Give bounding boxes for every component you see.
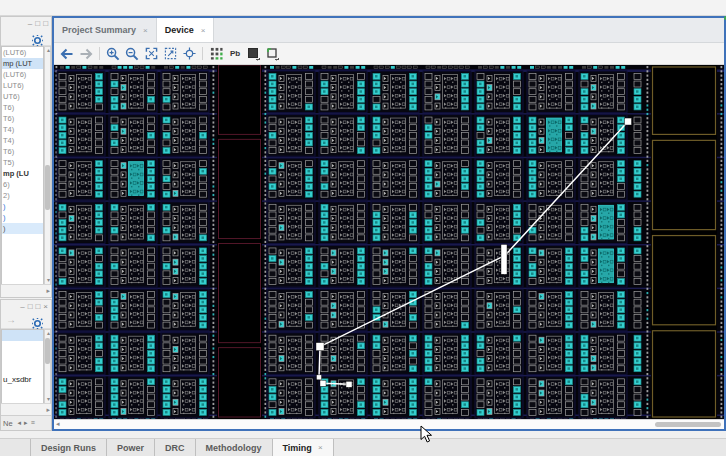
netlist-tree-item[interactable]: 2) — [2, 190, 43, 201]
document-tab[interactable]: Device × — [157, 18, 215, 42]
document-tab-label: Project Summary — [62, 25, 136, 35]
properties-list-item[interactable] — [2, 341, 43, 352]
zoom-selection-icon[interactable] — [161, 46, 179, 62]
device-hscrollbar[interactable]: ◂ — [54, 419, 724, 429]
device-panel: Project Summary × Device × — [52, 16, 726, 431]
bottom-tab[interactable]: DRC × — [154, 439, 195, 456]
toolbar-separator — [202, 47, 203, 60]
scroll-up-icon[interactable]: ▴ — [45, 47, 52, 54]
netlist-tree-item[interactable]: ) — [2, 201, 43, 212]
netlist-tree-item[interactable]: (LUT6) — [2, 47, 43, 58]
window-button-icon[interactable]: □ — [35, 303, 40, 311]
mark-cell-icon[interactable] — [264, 46, 282, 62]
netlist-tree-item[interactable]: T5) — [2, 157, 43, 168]
back-icon[interactable] — [58, 46, 76, 62]
netlist-tree-item[interactable]: ) — [2, 223, 43, 234]
toolbar-separator — [99, 47, 100, 60]
netlist-tree-item[interactable]: T6) — [2, 146, 43, 157]
hscroll-thumb[interactable] — [655, 422, 721, 427]
netlist-tree: (LUT6)mp (LUT(LUT6)LUT6)UT6)T6)T6)T4)T4)… — [1, 46, 44, 285]
properties-list-item[interactable] — [2, 330, 43, 341]
device-toolbar: Pb — [54, 43, 724, 65]
vscroll-thumb[interactable] — [45, 165, 50, 210]
window-button-icon[interactable]: □ — [43, 20, 48, 28]
netlist-tree-item[interactable]: (LUT6) — [2, 69, 43, 80]
tabstrip-control-icon[interactable]: ◂ — [18, 419, 22, 427]
bottom-panel-area: Design Runs × Power × DRC × Methodology … — [0, 431, 726, 456]
document-tabbar: Project Summary × Device × — [54, 18, 724, 43]
netlist-tree-item[interactable]: UT6) — [2, 91, 43, 102]
netlist-panel: –□□ (LUT6)mp (LUT(LUT6)LUT6)UT6)T6)T6)T4… — [0, 16, 52, 298]
scroll-left-icon[interactable]: ◂ — [56, 420, 60, 428]
properties-list: u_xsdbr — [1, 329, 44, 404]
bottom-tab-label: DRC — [165, 443, 185, 453]
netlist-tree-item[interactable]: mp (LUT — [2, 58, 43, 69]
zoom-in-icon[interactable] — [104, 46, 122, 62]
netlist-hscrollbar[interactable]: ▸ — [1, 284, 51, 297]
close-icon[interactable]: × — [318, 443, 323, 452]
vscroll-thumb[interactable] — [45, 338, 50, 364]
properties-vscrollbar[interactable]: ▴ ▾ — [44, 329, 51, 404]
bottom-tab-label: Methodology — [206, 443, 262, 453]
tabstrip-control-icon[interactable]: ▸ — [24, 419, 28, 427]
netlist-panel-toolbar — [1, 30, 51, 46]
close-icon[interactable]: × — [201, 26, 206, 35]
window-button-icon[interactable]: × — [43, 303, 48, 311]
forward-arrow-icon[interactable]: → — [6, 314, 16, 325]
scroll-right-icon[interactable]: ▸ — [46, 287, 50, 295]
highlight-block-icon[interactable] — [245, 46, 263, 62]
document-tab[interactable]: Project Summary × — [54, 18, 157, 42]
netlist-tree-item[interactable]: mp (LU — [2, 168, 43, 179]
bottom-tab-label: Power — [117, 443, 144, 453]
netlist-tree-item[interactable]: T6) — [2, 113, 43, 124]
bottom-tab-label: Timing — [283, 443, 312, 453]
tabstrip-control-icon[interactable]: ≡ — [31, 419, 35, 427]
scroll-right-icon[interactable]: ▸ — [46, 406, 50, 414]
forward-icon[interactable] — [77, 46, 95, 62]
zoom-out-icon[interactable] — [123, 46, 141, 62]
properties-list-item[interactable]: u_xsdbr — [2, 374, 43, 385]
netlist-vscrollbar[interactable]: ▴ ▾ — [44, 46, 51, 285]
netlist-tree-item[interactable]: 6) — [2, 179, 43, 190]
netlist-panel-window-buttons: –□□ — [1, 17, 51, 30]
properties-panel-toolbar: → — [1, 313, 51, 329]
main-toolbar-strip — [0, 0, 726, 16]
bottom-tab[interactable]: Methodology × — [195, 439, 272, 456]
tab-netlist-partial[interactable]: Ne — [3, 419, 13, 428]
bottom-tabbar: Design Runs × Power × DRC × Methodology … — [0, 438, 726, 456]
draw-pblock-icon[interactable]: Pb — [226, 46, 244, 62]
bottom-tab[interactable]: Power × — [106, 439, 154, 456]
scroll-down-icon[interactable]: ▾ — [45, 277, 52, 284]
scroll-down-icon[interactable]: ▾ — [45, 396, 52, 403]
properties-panel: –□□× → u_xsdbr ▴ ▾ ▸ Ne ◂▸≡ — [0, 299, 52, 431]
close-icon[interactable]: × — [143, 26, 148, 35]
properties-list-item[interactable] — [2, 352, 43, 363]
bottom-tab-label: Design Runs — [41, 443, 96, 453]
netlist-tree-item[interactable]: T6) — [2, 102, 43, 113]
zoom-fit-icon[interactable] — [142, 46, 160, 62]
properties-panel-window-buttons: –□□× — [1, 300, 51, 313]
properties-list-item[interactable] — [2, 363, 43, 374]
document-tab-label: Device — [165, 25, 194, 35]
device-fabric-view[interactable] — [54, 65, 724, 419]
left-sidebar: –□□ (LUT6)mp (LUT(LUT6)LUT6)UT6)T6)T6)T4… — [0, 16, 52, 431]
properties-tabstrip: Ne ◂▸≡ — [1, 415, 51, 430]
autofit-selection-icon[interactable] — [180, 46, 198, 62]
scroll-up-icon[interactable]: ▴ — [45, 330, 52, 337]
netlist-tree-item[interactable]: LUT6) — [2, 80, 43, 91]
netlist-tree-item[interactable]: ) — [2, 212, 43, 223]
window-button-icon[interactable]: □ — [35, 20, 40, 28]
bottom-tab[interactable]: Timing × — [272, 439, 334, 456]
netlist-tree-item[interactable]: T4) — [2, 124, 43, 135]
window-button-icon[interactable]: □ — [28, 303, 33, 311]
netlist-tree-item[interactable]: T4) — [2, 135, 43, 146]
window-button-icon[interactable]: – — [20, 303, 24, 311]
routing-resources-icon[interactable] — [207, 46, 225, 62]
bottom-tab[interactable]: Design Runs × — [30, 439, 106, 456]
window-button-icon[interactable]: – — [28, 20, 32, 28]
